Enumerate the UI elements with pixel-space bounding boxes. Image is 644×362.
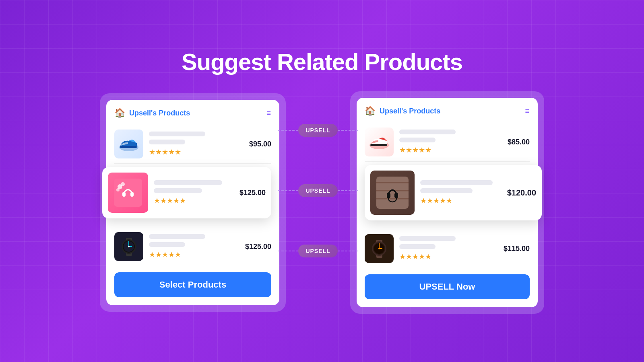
left-product-2-name-bar [154, 180, 222, 185]
left-headphones-image [108, 173, 148, 213]
right-product-2-info: ★★★★★ [420, 180, 503, 205]
right-product-card: 🏠 Upsell's Products ≡ [357, 98, 538, 307]
left-product-1-stars: ★★★★★ [149, 148, 245, 156]
left-product-3-stars: ★★★★★ [149, 250, 241, 259]
svg-rect-7 [130, 192, 134, 197]
left-product-2-info: ★★★★★ [154, 180, 235, 205]
right-home-icon: 🏠 [365, 106, 376, 116]
cards-container: 🏠 Upsell's Products ≡ [100, 91, 544, 314]
left-menu-icon[interactable]: ≡ [266, 109, 271, 117]
left-product-card: 🏠 Upsell's Products ≡ [106, 100, 279, 305]
right-product-3-price: $115.00 [504, 245, 530, 253]
right-product-1-price: $85.00 [508, 138, 530, 146]
left-product-3-subname-bar [149, 242, 185, 247]
right-product-1-subname-bar [399, 138, 436, 142]
left-product-3-name-bar [149, 234, 205, 239]
svg-rect-1 [120, 146, 137, 148]
right-product-3-subname-bar [399, 244, 436, 249]
right-menu-icon[interactable]: ≡ [525, 107, 530, 115]
left-product-2-subname-bar [154, 188, 202, 193]
left-product-row-1: ★★★★★ $95.00 [114, 125, 271, 164]
dashed-line-right-1 [338, 130, 358, 131]
dashed-line-left-3 [278, 251, 298, 251]
left-product-1-price: $95.00 [249, 140, 271, 148]
left-product-3-info: ★★★★★ [149, 234, 241, 259]
svg-rect-15 [370, 144, 387, 146]
right-shoe-image [365, 128, 394, 156]
right-product-row-3: ★★★★★ $115.00 [365, 229, 530, 268]
left-product-row-3: ★★★★★ $125.00 [114, 227, 271, 266]
upsell-badge-1: UPSELL [298, 124, 337, 137]
right-product-row-2-wrapper: ★★★★★ $120.00 [365, 165, 530, 217]
left-card-header: 🏠 Upsell's Products ≡ [114, 108, 271, 118]
dashed-line-left-2 [278, 190, 298, 191]
upsell-connector-2: UPSELL [278, 184, 358, 197]
svg-point-4 [116, 188, 120, 191]
right-product-1-stars: ★★★★★ [399, 146, 504, 154]
right-product-1-name-bar [399, 130, 456, 134]
upsell-connector-1: UPSELL [278, 124, 358, 137]
svg-rect-20 [387, 193, 390, 198]
upsell-now-button[interactable]: UPSELL Now [365, 274, 530, 299]
left-tablet-frame: 🏠 Upsell's Products ≡ [100, 93, 286, 312]
right-card-title: Upsell's Products [380, 107, 440, 115]
right-tablet-frame: 🏠 Upsell's Products ≡ [350, 91, 544, 314]
select-products-button[interactable]: Select Products [114, 272, 271, 297]
right-product-row-2-highlighted: ★★★★★ $120.00 [365, 165, 542, 220]
dashed-line-right-3 [338, 251, 358, 251]
right-product-2-name-bar [420, 180, 493, 185]
left-product-2-price: $125.00 [239, 189, 266, 197]
upsell-badge-3: UPSELL [298, 245, 337, 257]
right-product-row-1: ★★★★★ $85.00 [365, 123, 530, 162]
left-product-1-subname-bar [149, 140, 185, 144]
right-headphones-image [370, 171, 415, 215]
left-product-1-info: ★★★★★ [149, 132, 245, 156]
upsell-badge-2: UPSELL [298, 184, 337, 197]
svg-rect-16 [376, 177, 409, 209]
right-product-3-stars: ★★★★★ [399, 252, 500, 261]
page-title: Suggest Related Products [182, 48, 462, 75]
svg-point-5 [121, 182, 125, 186]
left-product-row-2-highlighted: ★★★★★ $125.00 [102, 167, 271, 218]
right-product-1-info: ★★★★★ [399, 130, 504, 154]
dashed-line-right-2 [338, 190, 358, 191]
left-product-3-price: $125.00 [245, 243, 271, 251]
left-product-row-2-wrapper: ★★★★★ $125.00 [114, 167, 271, 215]
svg-rect-21 [394, 193, 398, 198]
left-home-icon: 🏠 [114, 108, 125, 118]
left-shoe-image [114, 130, 143, 158]
upsell-connector-3: UPSELL [278, 245, 358, 257]
right-header-left: 🏠 Upsell's Products [365, 106, 440, 116]
svg-rect-6 [122, 192, 126, 197]
right-product-2-stars: ★★★★★ [420, 196, 503, 205]
left-product-1-name-bar [149, 132, 205, 136]
right-card-header: 🏠 Upsell's Products ≡ [365, 106, 530, 116]
left-header-left: 🏠 Upsell's Products [114, 108, 190, 118]
dashed-line-left-1 [278, 130, 298, 131]
svg-point-13 [128, 246, 130, 247]
left-watch-image [114, 232, 143, 261]
right-product-2-subname-bar [420, 188, 473, 193]
svg-point-27 [378, 248, 380, 249]
svg-rect-2 [114, 179, 142, 207]
left-card-title: Upsell's Products [129, 109, 190, 117]
right-watch-image [365, 234, 394, 263]
connectors-area: UPSELL UPSELL UPSELL [278, 126, 358, 279]
right-product-3-name-bar [399, 236, 456, 241]
right-product-2-price: $120.00 [507, 188, 536, 197]
left-product-2-stars: ★★★★★ [154, 196, 235, 205]
right-product-3-info: ★★★★★ [399, 236, 500, 261]
